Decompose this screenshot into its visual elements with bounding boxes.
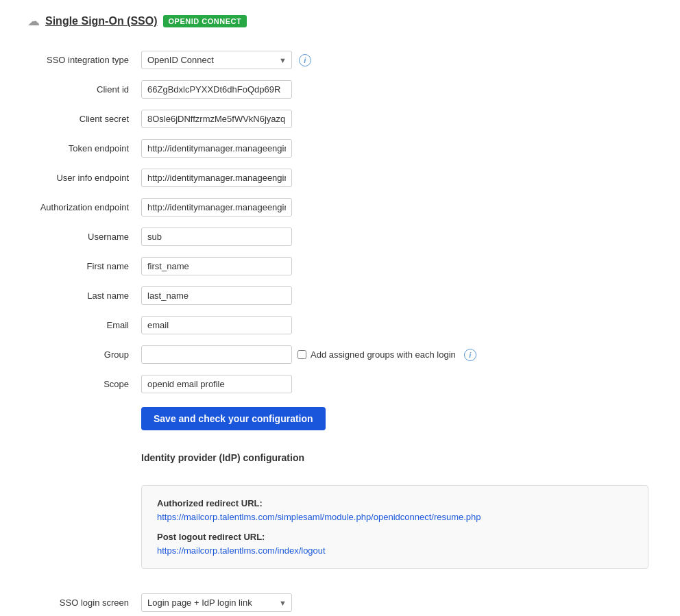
save-button-cell: Save and check your configuration (137, 399, 653, 436)
sso-login-screen-cell: Login page + IdP login link IdP login pa… (137, 588, 653, 616)
sso-type-info-icon[interactable]: i (299, 54, 311, 66)
last-name-cell (137, 281, 653, 310)
user-info-endpoint-row: User info endpoint (27, 163, 653, 193)
email-cell (137, 310, 653, 340)
save-check-button[interactable]: Save and check your configuration (141, 407, 326, 430)
first-name-input[interactable] (141, 257, 292, 275)
add-groups-wrapper: Add assigned groups with each login i (298, 349, 476, 361)
token-endpoint-input[interactable] (141, 139, 292, 158)
add-groups-checkbox[interactable] (298, 350, 306, 359)
idp-config-spacer (27, 477, 137, 588)
scope-row: Scope (27, 369, 653, 399)
first-name-cell (137, 251, 653, 281)
authorized-redirect-label: Authorized redirect URL: (157, 498, 633, 508)
last-name-input[interactable] (141, 286, 292, 305)
sso-form: SSO integration type OpenID Connect SAML… (27, 45, 653, 616)
scope-label: Scope (27, 369, 137, 399)
username-row: Username (27, 222, 653, 251)
idp-config-cell: Authorized redirect URL: https://mailcor… (137, 477, 653, 588)
email-input[interactable] (141, 316, 292, 334)
client-id-row: Client id (27, 75, 653, 104)
page-container: ☁ Single Sign-On (SSO) OPENID CONNECT SS… (0, 0, 680, 616)
user-info-endpoint-cell (137, 163, 653, 193)
page-title: Single Sign-On (SSO) (45, 15, 158, 27)
sso-integration-type-select[interactable]: OpenID Connect SAML 2.0 (141, 51, 292, 69)
sso-login-screen-select[interactable]: Login page + IdP login link IdP login pa… (141, 593, 292, 612)
sso-login-screen-label: SSO login screen (27, 588, 137, 616)
sso-integration-type-label: SSO integration type (27, 45, 137, 75)
sso-integration-type-wrapper: OpenID Connect SAML 2.0 ▼ (141, 51, 292, 69)
client-id-label: Client id (27, 75, 137, 104)
group-input-row: Add assigned groups with each login i (141, 345, 648, 364)
add-groups-label: Add assigned groups with each login (311, 349, 456, 360)
scope-cell (137, 369, 653, 399)
idp-title-row: Identity provider (IdP) configuration (27, 436, 653, 477)
username-label: Username (27, 222, 137, 251)
scope-input[interactable] (141, 375, 292, 393)
email-row: Email (27, 310, 653, 340)
authorized-redirect-block: Authorized redirect URL: https://mailcor… (157, 498, 633, 522)
authorized-redirect-url[interactable]: https://mailcorp.talentlms.com/simplesam… (157, 512, 481, 522)
token-endpoint-row: Token endpoint (27, 134, 653, 163)
username-cell (137, 222, 653, 251)
post-logout-block: Post logout redirect URL: https://mailco… (157, 532, 633, 556)
idp-title-spacer (27, 436, 137, 477)
sso-integration-type-row: SSO integration type OpenID Connect SAML… (27, 45, 653, 75)
user-info-endpoint-label: User info endpoint (27, 163, 137, 193)
sso-login-screen-wrapper: Login page + IdP login link IdP login pa… (141, 593, 292, 612)
last-name-label: Last name (27, 281, 137, 310)
token-endpoint-label: Token endpoint (27, 134, 137, 163)
page-header: ☁ Single Sign-On (SSO) OPENID CONNECT (27, 14, 653, 29)
sso-login-screen-row: SSO login screen Login page + IdP login … (27, 588, 653, 616)
client-id-input[interactable] (141, 80, 292, 99)
save-button-row: Save and check your configuration (27, 399, 653, 436)
first-name-label: First name (27, 251, 137, 281)
group-row: Group Add assigned groups with each logi… (27, 340, 653, 369)
client-secret-cell (137, 104, 653, 134)
username-input[interactable] (141, 227, 292, 246)
auth-endpoint-input[interactable] (141, 198, 292, 217)
post-logout-label: Post logout redirect URL: (157, 532, 633, 542)
group-input[interactable] (141, 345, 292, 364)
idp-section-title: Identity provider (IdP) configuration (141, 452, 648, 463)
openid-connect-badge: OPENID CONNECT (163, 15, 247, 27)
cloud-icon: ☁ (27, 14, 40, 29)
client-secret-row: Client secret (27, 104, 653, 134)
client-secret-input[interactable] (141, 110, 292, 128)
idp-config-row: Authorized redirect URL: https://mailcor… (27, 477, 653, 588)
auth-endpoint-cell (137, 193, 653, 222)
idp-title-cell: Identity provider (IdP) configuration (137, 436, 653, 477)
group-cell: Add assigned groups with each login i (137, 340, 653, 369)
sso-integration-type-cell: OpenID Connect SAML 2.0 ▼ i (137, 45, 653, 75)
idp-config-box: Authorized redirect URL: https://mailcor… (141, 485, 648, 569)
email-label: Email (27, 310, 137, 340)
client-id-cell (137, 75, 653, 104)
last-name-row: Last name (27, 281, 653, 310)
user-info-endpoint-input[interactable] (141, 169, 292, 187)
client-secret-label: Client secret (27, 104, 137, 134)
first-name-row: First name (27, 251, 653, 281)
token-endpoint-cell (137, 134, 653, 163)
group-label: Group (27, 340, 137, 369)
auth-endpoint-row: Authorization endpoint (27, 193, 653, 222)
save-button-spacer (27, 399, 137, 436)
add-groups-info-icon[interactable]: i (464, 349, 476, 361)
auth-endpoint-label: Authorization endpoint (27, 193, 137, 222)
post-logout-url[interactable]: https://mailcorp.talentlms.com/index/log… (157, 545, 326, 556)
